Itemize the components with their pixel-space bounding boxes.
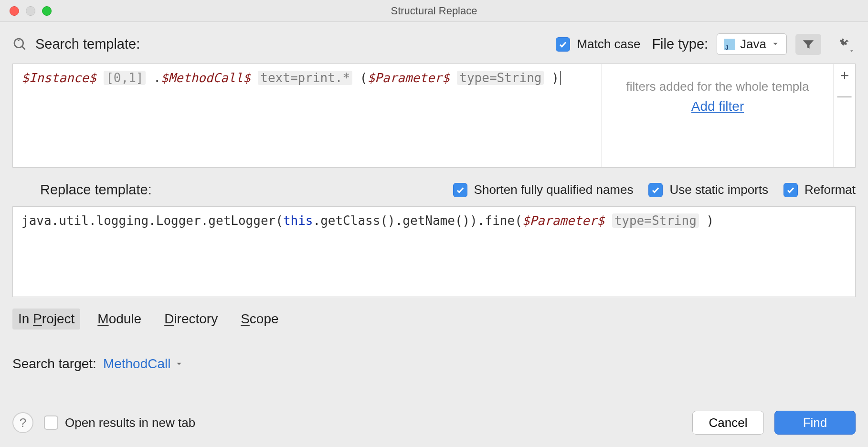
- rep-mid: .getClass().getName()).fine(: [313, 213, 522, 228]
- chevron-down-icon: [771, 37, 780, 52]
- java-file-icon: [724, 39, 735, 50]
- reformat-checkbox[interactable]: Reformat: [783, 182, 856, 197]
- close-window-button[interactable]: [10, 6, 19, 16]
- shorten-fqn-label: Shorten fully qualified names: [474, 182, 634, 197]
- checkbox-icon: [44, 415, 58, 430]
- find-button[interactable]: Find: [774, 411, 856, 435]
- remove-filter-button[interactable]: —: [837, 89, 852, 103]
- shorten-fqn-checkbox[interactable]: Shorten fully qualified names: [453, 182, 634, 197]
- svg-line-1: [22, 46, 25, 50]
- chevron-down-icon: [175, 360, 183, 368]
- use-static-imports-label: Use static imports: [669, 182, 768, 197]
- scope-tab-in-project[interactable]: In Project: [12, 309, 80, 330]
- filter-sidebar: filters added for the whole templa Add f…: [602, 64, 855, 167]
- rep-this: this: [283, 213, 313, 228]
- help-button[interactable]: ?: [12, 412, 33, 433]
- search-target-label: Search target:: [12, 356, 96, 372]
- tok-hint-text: text=print.*: [258, 71, 352, 85]
- tok-var-method: $MethodCall$: [161, 71, 251, 85]
- search-template-editor[interactable]: $Instance$ [0,1] .$MethodCall$ text=prin…: [12, 64, 856, 168]
- scope-tab-directory[interactable]: Directory: [159, 309, 223, 330]
- replace-template-label: Replace template:: [40, 182, 152, 198]
- minimize-window-button[interactable]: [26, 6, 35, 16]
- filters-hint-text: filters added for the whole templa: [610, 79, 826, 94]
- match-case-checkbox[interactable]: Match case: [556, 37, 640, 52]
- open-results-label: Open results in new tab: [65, 415, 195, 430]
- svg-point-0: [14, 39, 23, 48]
- tok-range: [0,1]: [104, 71, 146, 85]
- scope-tab-module[interactable]: Module: [92, 309, 147, 330]
- window-title: Structural Replace: [0, 5, 868, 17]
- file-type-dropdown[interactable]: Java: [717, 33, 787, 55]
- search-template-label: Search template:: [35, 36, 140, 52]
- settings-tool-button[interactable]: [830, 34, 856, 55]
- match-case-label: Match case: [577, 37, 640, 52]
- search-template-code[interactable]: $Instance$ [0,1] .$MethodCall$ text=prin…: [13, 64, 602, 167]
- replace-template-editor[interactable]: java.util.logging.Logger.getLogger(this.…: [12, 206, 856, 297]
- tok-dot1: .: [153, 71, 161, 85]
- text-cursor: [560, 71, 561, 85]
- search-target-value: MethodCall: [103, 356, 171, 372]
- cancel-button[interactable]: Cancel: [692, 411, 764, 435]
- add-filter-link[interactable]: Add filter: [610, 99, 826, 114]
- file-type-value: Java: [740, 37, 766, 52]
- add-filter-button[interactable]: ＋: [837, 68, 852, 82]
- scope-tab-scope[interactable]: Scope: [235, 309, 284, 330]
- maximize-window-button[interactable]: [42, 6, 52, 16]
- search-target-dropdown[interactable]: MethodCall: [103, 356, 183, 372]
- tok-open: (: [360, 71, 368, 85]
- search-icon[interactable]: [12, 37, 28, 52]
- use-static-imports-checkbox[interactable]: Use static imports: [648, 182, 768, 197]
- scope-tabs: In Project Module Directory Scope: [12, 309, 856, 330]
- tok-close: ): [551, 71, 559, 85]
- tok-var-param: $Parameter$: [367, 71, 449, 85]
- rep-close: ): [706, 213, 714, 228]
- rep-param: $Parameter$: [522, 213, 604, 228]
- reformat-label: Reformat: [804, 182, 856, 197]
- window-controls: [10, 6, 52, 16]
- open-results-new-tab-checkbox[interactable]: Open results in new tab: [44, 415, 195, 430]
- tok-hint-type: type=String: [457, 71, 544, 85]
- file-type-label: File type:: [652, 36, 708, 52]
- rep-prefix: java.util.logging.Logger.getLogger(: [21, 213, 283, 228]
- tok-var-instance: $Instance$: [21, 71, 96, 85]
- rep-hint: type=String: [612, 213, 699, 228]
- filter-toggle-button[interactable]: [795, 34, 821, 55]
- titlebar: Structural Replace: [0, 0, 868, 22]
